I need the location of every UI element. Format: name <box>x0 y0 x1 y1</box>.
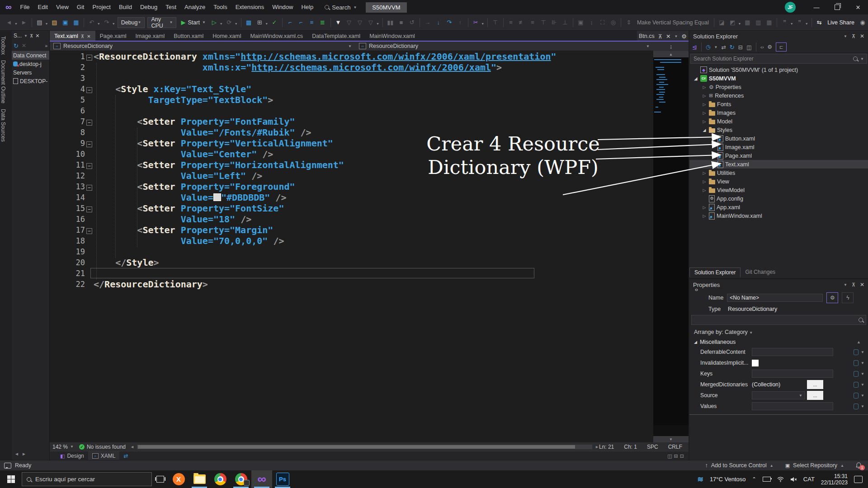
nav-dropdown-member[interactable]: ‹› ResourceDictionary ▼ <box>355 42 653 51</box>
property-value-input[interactable] <box>752 370 833 378</box>
tab-datatemplate.xaml[interactable]: DataTemplate.xaml <box>307 31 365 42</box>
menu-project[interactable]: Project <box>88 0 114 14</box>
close-icon[interactable]: ✕ <box>87 34 90 39</box>
tab-image.xaml[interactable]: Image.xaml <box>131 31 170 42</box>
nav-dropdown-type[interactable]: ‹› ResourceDictionary ▼ <box>50 42 355 51</box>
taskbar-app-chrome2[interactable] <box>231 470 251 488</box>
taskbar-app-xampp[interactable]: X <box>168 470 189 488</box>
start-button[interactable] <box>0 470 22 488</box>
tree-item-styles[interactable]: ◢Styles <box>689 126 868 134</box>
clock[interactable]: 15:31 22/11/2023 <box>821 473 848 486</box>
toolbar-icon[interactable]: ⊤ <box>538 17 549 28</box>
preview-selected-items-toggle[interactable]: ⊏ <box>776 42 787 52</box>
toolbar-icon[interactable]: ◄ <box>4 17 14 28</box>
toolbar-icon[interactable]: ▣ <box>60 17 71 28</box>
code-line-13[interactable]: 13− <Setter Property="Foreground" <box>50 181 689 192</box>
pending-changes-filter-icon[interactable]: ◷ <box>706 44 710 50</box>
property-checkbox[interactable] <box>752 360 759 366</box>
minimap[interactable]: ↨ ▲ ▼ <box>653 42 689 442</box>
pin-icon[interactable]: ⊼ <box>658 33 662 40</box>
side-tab-document-outline[interactable]: Document Outline <box>0 60 12 103</box>
vertical-split-icon[interactable]: ◫ <box>667 453 672 459</box>
chevron-down-icon[interactable]: ▼ <box>861 361 864 365</box>
property-value-input[interactable] <box>752 402 833 410</box>
chevron-down-icon[interactable]: ▼ <box>738 22 741 25</box>
toolbar-icon[interactable]: ⇆ <box>814 17 825 28</box>
battery-icon[interactable] <box>763 477 771 482</box>
chevron-down-icon[interactable]: ▼ <box>861 394 864 398</box>
toolbar-icon[interactable]: ↓ <box>433 17 444 28</box>
toolbar-icon[interactable]: ▥ <box>753 17 764 28</box>
search-control[interactable]: Search ▼ <box>325 4 357 11</box>
solution-explorer-search[interactable]: Search Solution Explorer ▼ <box>690 54 867 64</box>
tree-item-properties[interactable]: ▷⚙Properties <box>689 83 868 91</box>
live_share-label[interactable]: Live Share <box>827 19 854 26</box>
tree-item-solution-s50mvvm-1-of-1-project-[interactable]: ◆Solution 'S50MVVM' (1 of 1 project) <box>689 66 868 74</box>
property-source-icon[interactable] <box>854 404 859 409</box>
refresh-icon[interactable]: ↻ <box>730 44 735 51</box>
pin-icon[interactable]: ⊼ <box>81 34 84 39</box>
switch-views-icon[interactable]: ⊴ <box>692 44 697 51</box>
overflow-icon[interactable]: » <box>45 43 47 48</box>
temperature[interactable]: 17°C Ventoso <box>710 476 746 483</box>
code-line-2[interactable]: 2 xmlns:x="http://schemas.microsoft.com/… <box>50 62 689 73</box>
taskbar-app-visual-studio[interactable]: ∞ <box>251 470 272 488</box>
code-line-17[interactable]: 17− <Setter Property="Margin" <box>50 225 689 235</box>
tree-item-images[interactable]: ▷Images <box>689 108 868 117</box>
menu-test[interactable]: Test <box>161 0 180 14</box>
taskbar-search[interactable]: Escriu aquí per cercar <box>22 472 152 486</box>
toolbar-icon[interactable]: ✂ <box>470 17 481 28</box>
toolbar-icon[interactable]: ≣ <box>317 17 328 28</box>
horizontal-scrollbar[interactable] <box>137 445 592 449</box>
toolbar-icon[interactable]: ⛶ <box>597 17 608 28</box>
toolbar-icon[interactable]: ↷ <box>444 17 455 28</box>
toolbar-icon[interactable]: ↕ <box>586 17 597 28</box>
horizontal-split-icon[interactable]: ⊟ <box>674 453 678 459</box>
category-miscellaneous[interactable]: ◢ Miscellaneous ▲ <box>689 338 868 347</box>
toolbar-icon[interactable]: ▽ <box>344 17 354 28</box>
menu-tools[interactable]: Tools <box>209 0 231 14</box>
toolbar-icon[interactable]: ◉ <box>857 17 868 28</box>
debug-dropdown[interactable]: Debug▼ <box>118 17 145 28</box>
fold-collapse-icon[interactable]: − <box>86 55 92 61</box>
taskbar-app-explorer[interactable] <box>189 470 210 488</box>
side-tab-data-sources[interactable]: Data Sources <box>0 109 12 142</box>
eol-mode[interactable]: CRLF <box>668 444 682 450</box>
expander-collapsed-icon[interactable]: ▷ <box>702 214 707 218</box>
toolbar-icon[interactable]: ↑ <box>455 17 466 28</box>
menu-view[interactable]: View <box>52 0 73 14</box>
toolbar-icon[interactable]: ▽ <box>365 17 376 28</box>
chevron-down-icon[interactable]: ▼ <box>861 350 864 354</box>
toolbar-icon[interactable]: ✓ <box>269 17 280 28</box>
chevron-down-icon[interactable]: ▼ <box>220 22 223 25</box>
property-source-icon[interactable] <box>854 371 859 377</box>
expander-collapsed-icon[interactable]: ▷ <box>702 94 707 98</box>
toolbar-icon[interactable]: ⊤ <box>490 17 501 28</box>
menu-help[interactable]: Help <box>297 0 317 14</box>
platform-dropdown[interactable]: Any CPU▼ <box>147 17 176 28</box>
property-source-icon[interactable] <box>854 382 859 388</box>
ellipsis-button[interactable]: ... <box>807 380 823 389</box>
tab-home.xaml[interactable]: Home.xaml <box>208 31 245 42</box>
minimize-button[interactable]: — <box>807 0 826 14</box>
close-icon[interactable]: ✕ <box>860 33 864 39</box>
property-combo[interactable]: ▼ <box>752 391 805 399</box>
tree-item-view[interactable]: ▷View <box>689 177 868 186</box>
code-line-6[interactable]: 6 <box>50 105 689 116</box>
feedback-icon[interactable] <box>4 463 11 469</box>
toolbar-icon[interactable]: ❞ <box>794 17 805 28</box>
expander-collapsed-icon[interactable]: ▷ <box>702 205 707 210</box>
add-to-source-control-button[interactable]: ↑ Add to Source Control ▲ <box>705 462 774 469</box>
tab-design[interactable]: ◧ Design <box>56 451 88 460</box>
expander-collapsed-icon[interactable]: ▷ <box>702 179 707 184</box>
toolbar-icon[interactable]: ▦ <box>764 17 774 28</box>
tab-solution-explorer[interactable]: Solution Explorer <box>689 267 741 277</box>
tab-btn-cs[interactable]: Btn.cs <box>639 33 655 39</box>
close-icon[interactable]: ✕ <box>860 282 864 288</box>
arrange-by[interactable]: Arrange by: Category ▼ <box>689 327 868 338</box>
tree-item-model[interactable]: ▷Model <box>689 117 868 126</box>
ellipsis-button[interactable]: ... <box>807 391 823 400</box>
server-explorer-item[interactable]: desktop-j <box>12 60 49 68</box>
start-debug-button[interactable]: ▶Start▼ <box>178 19 208 26</box>
chevron-down-icon[interactable]: ▼ <box>861 404 864 408</box>
